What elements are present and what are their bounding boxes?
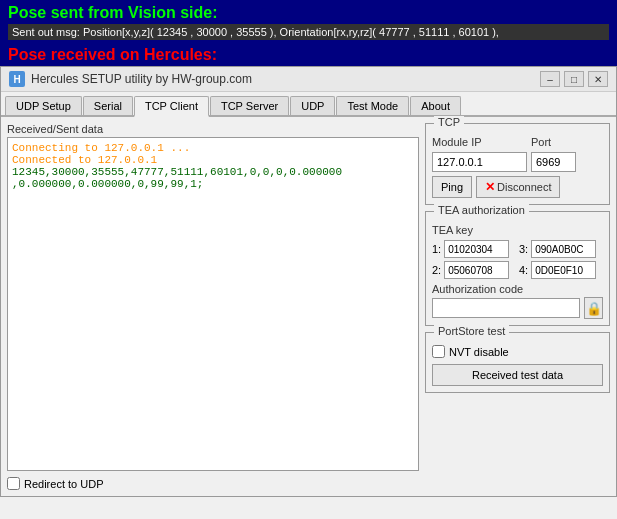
nvt-disable-checkbox[interactable]: [432, 345, 445, 358]
tab-tcp-client[interactable]: TCP Client: [134, 96, 209, 117]
tea-key-label: TEA key: [432, 224, 603, 236]
disconnect-x-icon: ✕: [485, 180, 495, 194]
line-data-1: 12345,30000,35555,47777,51111,60101,0,0,…: [12, 166, 414, 178]
nvt-disable-label: NVT disable: [449, 346, 509, 358]
tea-num-1: 1:: [432, 243, 441, 255]
module-ip-input[interactable]: [432, 152, 527, 172]
auth-code-label: Authorization code: [432, 283, 603, 295]
tea-input-2[interactable]: [444, 261, 509, 279]
maximize-button[interactable]: □: [564, 71, 584, 87]
auth-input-row: 🔒: [432, 297, 603, 319]
portstore-content: NVT disable Received test data: [432, 339, 603, 386]
tcp-buttons: Ping ✕ Disconnect: [432, 176, 603, 198]
titlebar: H Hercules SETUP utility by HW-group.com…: [1, 67, 616, 92]
tea-key-grid: 1: 3: 2: 4:: [432, 240, 603, 279]
received-sent-label: Received/Sent data: [7, 123, 419, 135]
module-ip-label: Module IP: [432, 136, 527, 148]
port-input[interactable]: [531, 152, 576, 172]
nvt-disable-row: NVT disable: [432, 345, 603, 358]
tea-num-3: 3:: [519, 243, 528, 255]
pose-received-title: Pose received on Hercules:: [0, 44, 617, 66]
tea-input-4[interactable]: [531, 261, 596, 279]
close-button[interactable]: ✕: [588, 71, 608, 87]
tcp-group: TCP Module IP Port Ping ✕ Disconn: [425, 123, 610, 205]
titlebar-left: H Hercules SETUP utility by HW-group.com: [9, 71, 252, 87]
redirect-udp-label: Redirect to UDP: [24, 478, 103, 490]
tea-num-4: 4:: [519, 264, 528, 276]
tab-test-mode[interactable]: Test Mode: [336, 96, 409, 115]
ip-port-inputs: [432, 152, 603, 172]
tea-input-3[interactable]: [531, 240, 596, 258]
tea-group-content: TEA key 1: 3: 2: 4: Authorization code: [432, 218, 603, 319]
line-data-2: ,0.000000,0.000000,0,99,99,1;: [12, 178, 414, 190]
tab-udp[interactable]: UDP: [290, 96, 335, 115]
app-window: H Hercules SETUP utility by HW-group.com…: [0, 66, 617, 497]
left-panel: Received/Sent data Connecting to 127.0.0…: [7, 123, 419, 471]
tcp-group-content: Module IP Port Ping ✕ Disconnect: [432, 130, 603, 198]
main-content: Received/Sent data Connecting to 127.0.0…: [1, 117, 616, 477]
port-label: Port: [531, 136, 551, 148]
redirect-row: Redirect to UDP: [7, 477, 103, 490]
tea-group-title: TEA authorization: [434, 204, 529, 216]
portstore-group: PortStore test NVT disable Received test…: [425, 332, 610, 393]
auth-code-row: Authorization code 🔒: [432, 283, 603, 319]
app-icon: H: [9, 71, 25, 87]
tab-udp-setup[interactable]: UDP Setup: [5, 96, 82, 115]
sent-msg-bar: Sent out msg: Position[x,y,z]( 12345 , 3…: [8, 24, 609, 40]
tab-tcp-server[interactable]: TCP Server: [210, 96, 289, 115]
received-test-data-button[interactable]: Received test data: [432, 364, 603, 386]
window-title: Hercules SETUP utility by HW-group.com: [31, 72, 252, 86]
window-controls: – □ ✕: [540, 71, 608, 87]
tab-bar: UDP Setup Serial TCP Client TCP Server U…: [1, 92, 616, 117]
tcp-group-title: TCP: [434, 116, 464, 128]
received-text-area[interactable]: Connecting to 127.0.0.1 ... Connected to…: [7, 137, 419, 471]
tab-about[interactable]: About: [410, 96, 461, 115]
portstore-group-title: PortStore test: [434, 325, 509, 337]
right-panel: TCP Module IP Port Ping ✕ Disconn: [425, 123, 610, 471]
minimize-button[interactable]: –: [540, 71, 560, 87]
tab-serial[interactable]: Serial: [83, 96, 133, 115]
redirect-udp-checkbox[interactable]: [7, 477, 20, 490]
tea-input-1[interactable]: [444, 240, 509, 258]
line-connected: Connected to 127.0.0.1: [12, 154, 414, 166]
ping-button[interactable]: Ping: [432, 176, 472, 198]
auth-code-input[interactable]: [432, 298, 580, 318]
tea-num-2: 2:: [432, 264, 441, 276]
pose-sent-title: Pose sent from Vision side:: [8, 4, 609, 22]
disconnect-label: Disconnect: [497, 181, 551, 193]
lock-button[interactable]: 🔒: [584, 297, 603, 319]
ip-port-labels: Module IP Port: [432, 136, 603, 148]
bottom-area: Redirect to UDP: [1, 477, 616, 496]
tea-group: TEA authorization TEA key 1: 3: 2: 4:: [425, 211, 610, 326]
line-connecting: Connecting to 127.0.0.1 ...: [12, 142, 414, 154]
disconnect-button[interactable]: ✕ Disconnect: [476, 176, 560, 198]
